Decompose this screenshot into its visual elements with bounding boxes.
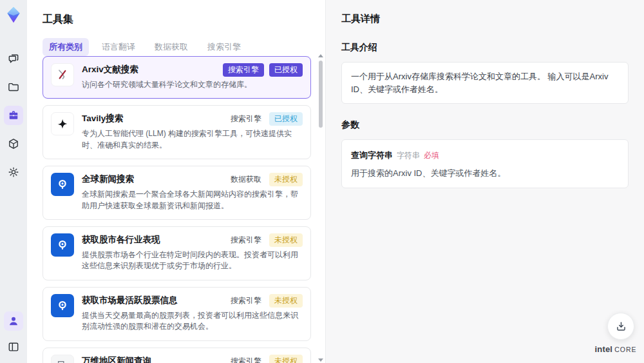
tool-list: Arxiv文献搜索 搜索引擎 已授权 访问各个研究领域大量科学论文和文章的存储库… xyxy=(43,56,311,363)
sidebar-item-user[interactable] xyxy=(4,311,23,331)
tool-card[interactable]: Arxiv文献搜索 搜索引擎 已授权 访问各个研究领域大量科学论文和文章的存储库… xyxy=(43,56,311,99)
tool-card-title: 全球新闻搜索 xyxy=(82,173,223,185)
sidebar-item-cube[interactable] xyxy=(4,134,23,153)
category-tabs: 所有类别语言翻译数据获取搜索引擎 xyxy=(43,38,311,56)
intro-box: 一个用于从Arxiv存储库搜索科学论文和文章的工具。 输入可以是Arxiv ID… xyxy=(341,62,629,104)
sidebar-item-folder[interactable] xyxy=(4,77,23,97)
juhe-q-icon xyxy=(51,233,74,257)
download-button[interactable] xyxy=(607,313,634,340)
tool-card[interactable]: 万维地区新闻查询 搜索引擎 未授权 查询具体行政区划内的新闻，快速了解各地新闻动 xyxy=(43,348,311,363)
sidebar xyxy=(0,0,27,363)
category-tab-2[interactable]: 数据获取 xyxy=(148,38,194,56)
juhe-q-icon xyxy=(51,294,74,317)
tool-category-tag: 数据获取 xyxy=(228,173,264,186)
sidebar-bottom xyxy=(4,311,23,357)
sidebar-item-chat[interactable] xyxy=(4,49,23,68)
tool-category-tag: 搜索引擎 xyxy=(223,63,264,77)
intel-core-logo: intelCORE xyxy=(594,343,638,355)
building-icon xyxy=(51,355,74,363)
parameter-description: 用于搜索的Arxiv ID、关键字或作者姓名。 xyxy=(351,168,619,179)
tool-status-badge: 已授权 xyxy=(269,63,303,77)
category-tab-0[interactable]: 所有类别 xyxy=(43,38,89,56)
intro-heading: 工具介绍 xyxy=(341,42,629,54)
parameter-required-badge: 必填 xyxy=(424,151,439,160)
sidebar-item-settings[interactable] xyxy=(4,162,23,182)
params-heading: 参数 xyxy=(341,119,629,131)
parameter-type: 字符串 xyxy=(397,151,420,160)
tool-card-title: 获取市场最活跃股票信息 xyxy=(82,294,223,306)
tool-card-description: 专为人工智能代理 (LLM) 构建的搜索引擎工具，可快速提供实时、准确和真实的结… xyxy=(82,128,303,151)
tool-card-title: 万维地区新闻查询 xyxy=(82,355,223,363)
tool-card-description: 全球新闻搜索是一个聚合全球各大新闻网站内容的搜索引擎，帮助用户快速获取全球最新资… xyxy=(82,189,303,211)
tool-status-badge: 未授权 xyxy=(269,355,303,363)
list-scrollbar[interactable] xyxy=(317,54,325,362)
tool-card[interactable]: Tavily搜索 搜索引擎 已授权 专为人工智能代理 (LLM) 构建的搜索引擎… xyxy=(43,105,311,159)
scroll-up-arrow[interactable] xyxy=(318,54,323,57)
scroll-down-arrow[interactable] xyxy=(318,358,323,362)
page-title: 工具集 xyxy=(43,13,311,26)
tool-list-panel: 工具集 所有类别语言翻译数据获取搜索引擎 Arxiv文献搜索 搜索引擎 已授权 … xyxy=(27,0,325,363)
scrollbar-thumb[interactable] xyxy=(319,61,323,128)
tool-status-badge: 未授权 xyxy=(269,233,303,247)
juhe-q-icon xyxy=(51,173,74,196)
tool-card-description: 提供当天交易量最高的股票列表，投资者可以利用这些信息来识别流动性强的股票和潜在的… xyxy=(82,310,303,333)
gem-logo-icon xyxy=(4,5,23,25)
tool-card[interactable]: 全球新闻搜索 数据获取 未授权 全球新闻搜索是一个聚合全球各大新闻网站内容的搜索… xyxy=(43,166,311,220)
tool-status-badge: 未授权 xyxy=(269,294,303,308)
sidebar-nav xyxy=(4,49,23,182)
tool-category-tag: 搜索引擎 xyxy=(228,233,264,247)
category-tab-3[interactable]: 搜索引擎 xyxy=(201,38,247,56)
tool-card-title: Arxiv文献搜索 xyxy=(82,63,218,75)
detail-title: 工具详情 xyxy=(341,13,629,25)
params-box: 查询字符串字符串必填 用于搜索的Arxiv ID、关键字或作者姓名。 xyxy=(341,139,629,188)
tool-detail-panel: 工具详情 工具介绍 一个用于从Arxiv存储库搜索科学论文和文章的工具。 输入可… xyxy=(325,0,644,363)
tool-category-tag: 搜索引擎 xyxy=(228,294,264,308)
parameter-name: 查询字符串 xyxy=(351,150,393,160)
tool-card-title: 获取股市各行业表现 xyxy=(82,233,223,246)
tool-category-tag: 搜索引擎 xyxy=(228,355,264,363)
tavily-star-icon xyxy=(51,112,74,135)
tool-status-badge: 已授权 xyxy=(269,112,303,126)
sidebar-item-toolbox[interactable] xyxy=(4,106,23,125)
tool-card[interactable]: 获取市场最活跃股票信息 搜索引擎 未授权 提供当天交易量最高的股票列表，投资者可… xyxy=(43,287,311,341)
tool-card-title: Tavily搜索 xyxy=(82,112,223,124)
parameter-item: 查询字符串字符串必填 用于搜索的Arxiv ID、关键字或作者姓名。 xyxy=(351,148,619,180)
arxiv-x-icon xyxy=(51,63,74,86)
tool-status-badge: 未授权 xyxy=(269,173,303,186)
brand-intel-text: intel xyxy=(594,344,612,354)
sidebar-item-panel-toggle[interactable] xyxy=(4,337,23,357)
category-tab-1[interactable]: 语言翻译 xyxy=(95,38,142,56)
tool-card[interactable]: 获取股市各行业表现 搜索引擎 未授权 提供股票市场各个行业在特定时间段内的表现。… xyxy=(43,226,311,280)
intro-text: 一个用于从Arxiv存储库搜索科学论文和文章的工具。 输入可以是Arxiv ID… xyxy=(351,70,619,95)
tool-card-description: 访问各个研究领域大量科学论文和文章的存储库。 xyxy=(82,79,303,90)
brand-core-text: CORE xyxy=(614,346,636,353)
tool-category-tag: 搜索引擎 xyxy=(228,112,264,126)
tool-card-description: 提供股票市场各个行业在特定时间段内的表现。投资者可以利用这些信息来识别表现优于或… xyxy=(82,250,303,272)
